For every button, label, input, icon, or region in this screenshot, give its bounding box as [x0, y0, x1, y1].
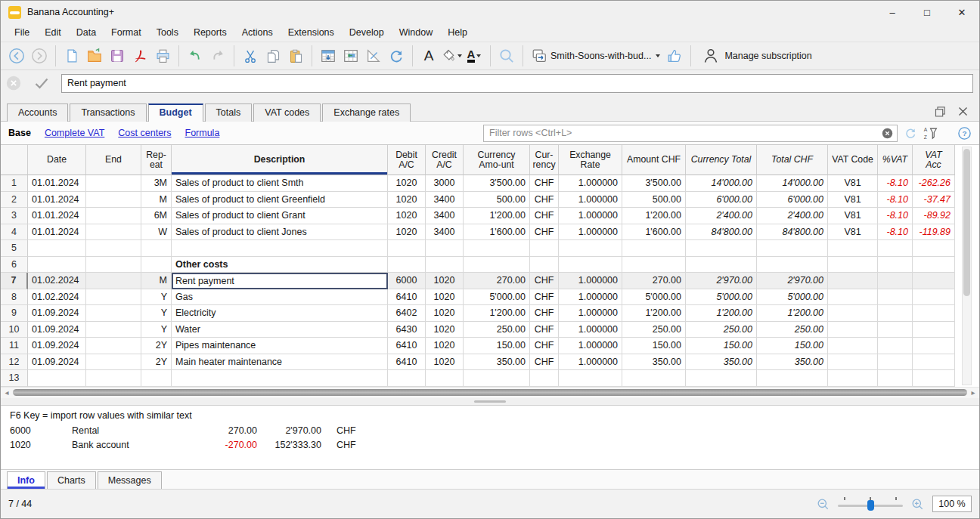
cancel-edit-icon[interactable] — [5, 75, 22, 91]
row-number[interactable]: 5 — [1, 240, 28, 257]
row-number[interactable]: 3 — [1, 208, 28, 224]
cell-amount_chf[interactable] — [622, 370, 686, 387]
zoom-slider-handle[interactable] — [867, 500, 874, 511]
cell-vat_pct[interactable] — [878, 257, 913, 273]
cell-end[interactable] — [86, 208, 141, 224]
cell-vat_acc[interactable] — [913, 305, 955, 322]
row-number[interactable]: 12 — [1, 354, 28, 371]
cell-amount_chf[interactable]: 5'000.00 — [622, 289, 686, 306]
cell-vat_code[interactable] — [828, 257, 878, 273]
confirm-edit-icon[interactable] — [33, 74, 51, 92]
manage-subscription-button[interactable]: Manage subscription — [696, 47, 817, 65]
cell-amount_chf[interactable]: 150.00 — [622, 338, 686, 354]
search-icon[interactable] — [495, 45, 518, 67]
cell-total_chf[interactable]: 2'970.00 — [757, 273, 828, 289]
row-number[interactable]: 2 — [1, 192, 28, 209]
cell-description[interactable]: Sales of product to client Grant — [172, 208, 388, 224]
cell-credit[interactable]: 3400 — [426, 192, 464, 209]
cell-end[interactable] — [86, 322, 141, 338]
view-cost-centers[interactable]: Cost centers — [118, 128, 171, 138]
menu-item-data[interactable]: Data — [69, 25, 104, 40]
cell-debit[interactable]: 6410 — [388, 338, 426, 354]
cell-credit[interactable]: 1020 — [426, 273, 464, 289]
cell-currency_total[interactable] — [686, 257, 757, 273]
help-icon[interactable]: ? — [957, 126, 972, 141]
cell-currency_total[interactable]: 84'800.00 — [686, 224, 757, 241]
cell-exchange_rate[interactable]: 1.000000 — [559, 175, 622, 192]
cell-description[interactable]: Gas — [172, 289, 388, 306]
cell-exchange_rate[interactable] — [559, 257, 622, 273]
cell-currency[interactable]: CHF — [530, 338, 559, 354]
cell-currency_amount[interactable]: 350.00 — [464, 354, 530, 371]
cell-vat_pct[interactable] — [878, 305, 913, 322]
copy-icon[interactable] — [262, 45, 284, 67]
cell-total_chf[interactable]: 14'000.00 — [757, 175, 828, 192]
zoom-slider[interactable] — [838, 496, 903, 511]
cell-vat_acc[interactable] — [913, 257, 955, 273]
column-header-currency[interactable]: Cur-rency — [530, 145, 559, 175]
menu-item-extensions[interactable]: Extensions — [281, 25, 342, 40]
column-header-vat_acc[interactable]: VAT Acc — [913, 145, 955, 175]
cell-vat_acc[interactable]: -262.26 — [913, 175, 955, 192]
tab-transactions[interactable]: Transactions — [70, 103, 146, 122]
cell-debit[interactable] — [388, 240, 426, 257]
cell-vat_code[interactable] — [828, 354, 878, 371]
pdf-export-icon[interactable] — [129, 45, 151, 67]
row-number[interactable]: 10 — [1, 322, 28, 338]
column-header-vat_code[interactable]: VAT Code — [828, 145, 878, 175]
cell-currency[interactable]: CHF — [530, 322, 559, 338]
vertical-scrollbar[interactable] — [962, 147, 972, 385]
cell-description[interactable] — [172, 370, 388, 387]
print-icon[interactable] — [151, 45, 174, 67]
cell-currency_total[interactable]: 14'000.00 — [686, 175, 757, 192]
menu-item-window[interactable]: Window — [392, 25, 440, 40]
minimize-button[interactable]: – — [875, 1, 910, 23]
cell-amount_chf[interactable]: 350.00 — [622, 354, 686, 371]
cell-vat_pct[interactable]: -8.10 — [878, 208, 913, 224]
cell-vat_pct[interactable] — [878, 354, 913, 371]
cell-end[interactable] — [86, 305, 141, 322]
column-header-credit[interactable]: Credit A/C — [426, 145, 464, 175]
cell-total_chf[interactable]: 350.00 — [757, 354, 828, 371]
bottom-tab-messages[interactable]: Messages — [98, 471, 162, 489]
cell-exchange_rate[interactable]: 1.000000 — [559, 338, 622, 354]
zoom-level-value[interactable]: 100 % — [932, 496, 972, 512]
column-header-currency_amount[interactable]: Currency Amo-unt — [464, 145, 530, 175]
cell-total_chf[interactable] — [757, 257, 828, 273]
vertical-scrollbar-thumb[interactable] — [963, 149, 970, 296]
cell-vat_code[interactable] — [828, 289, 878, 306]
cell-total_chf[interactable] — [757, 240, 828, 257]
cell-repeat[interactable]: Y — [141, 322, 172, 338]
maximize-button[interactable]: □ — [910, 1, 944, 23]
cell-amount_chf[interactable] — [622, 240, 686, 257]
recalculate-icon[interactable] — [385, 45, 408, 67]
cell-currency_total[interactable]: 2'400.00 — [686, 208, 757, 224]
cell-credit[interactable]: 3400 — [426, 208, 464, 224]
cell-amount_chf[interactable]: 270.00 — [622, 273, 686, 289]
cell-credit[interactable] — [426, 257, 464, 273]
cell-vat_pct[interactable] — [878, 289, 913, 306]
cell-currency_amount[interactable]: 150.00 — [464, 338, 530, 354]
cell-date[interactable]: 01.01.2024 — [28, 175, 86, 192]
save-icon[interactable] — [106, 45, 129, 67]
cell-exchange_rate[interactable]: 1.000000 — [559, 354, 622, 371]
row-number[interactable]: 6 — [1, 257, 28, 273]
cell-currency[interactable]: CHF — [530, 354, 559, 371]
cell-exchange_rate[interactable]: 1.000000 — [559, 322, 622, 338]
cell-total_chf[interactable]: 250.00 — [757, 322, 828, 338]
cell-currency_total[interactable]: 1'200.00 — [686, 305, 757, 322]
cell-vat_pct[interactable] — [878, 338, 913, 354]
cell-total_chf[interactable]: 84'800.00 — [757, 224, 828, 241]
cell-date[interactable] — [28, 240, 86, 257]
cell-date[interactable]: 01.09.2024 — [28, 305, 86, 322]
row-number[interactable]: 9 — [1, 305, 28, 322]
cell-currency_total[interactable]: 2'970.00 — [686, 273, 757, 289]
menu-item-develop[interactable]: Develop — [342, 25, 392, 40]
back-icon[interactable] — [5, 45, 28, 67]
horizontal-scrollbar[interactable]: ◂ ▸ — [1, 387, 979, 398]
cell-vat_acc[interactable]: -37.47 — [913, 192, 955, 209]
cell-end[interactable] — [86, 224, 141, 241]
row-number[interactable]: 11 — [1, 338, 28, 354]
cell-currency[interactable]: CHF — [530, 289, 559, 306]
row-number[interactable]: 13 — [1, 370, 28, 387]
